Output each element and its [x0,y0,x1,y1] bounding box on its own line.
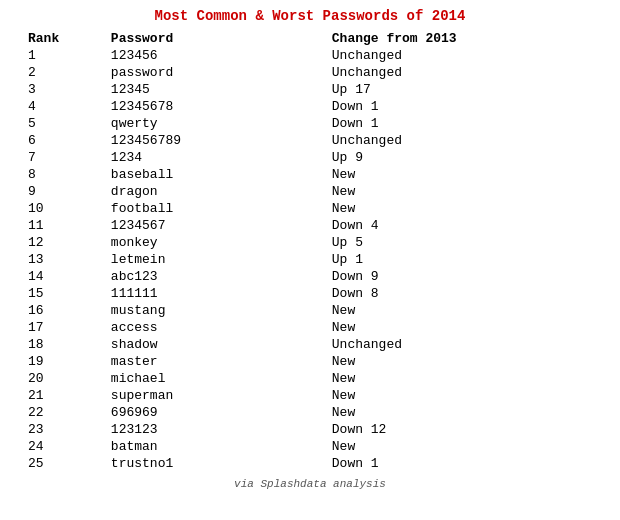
table-row: 14abc123Down 9 [20,268,600,285]
cell-password: letmein [103,251,324,268]
cell-rank: 2 [20,64,103,81]
table-row: 12monkeyUp 5 [20,234,600,251]
cell-rank: 13 [20,251,103,268]
cell-change: Down 9 [324,268,600,285]
cell-password: 696969 [103,404,324,421]
table-row: 24batmanNew [20,438,600,455]
cell-rank: 14 [20,268,103,285]
cell-rank: 7 [20,149,103,166]
cell-rank: 4 [20,98,103,115]
table-row: 9dragonNew [20,183,600,200]
cell-password: trustno1 [103,455,324,472]
table-row: 2passwordUnchanged [20,64,600,81]
cell-rank: 3 [20,81,103,98]
cell-rank: 15 [20,285,103,302]
table-row: 10footballNew [20,200,600,217]
cell-rank: 9 [20,183,103,200]
cell-change: Down 12 [324,421,600,438]
table-row: 111234567Down 4 [20,217,600,234]
cell-password: access [103,319,324,336]
table-row: 23123123Down 12 [20,421,600,438]
cell-change: New [324,438,600,455]
cell-rank: 11 [20,217,103,234]
cell-rank: 22 [20,404,103,421]
table-row: 1123456Unchanged [20,47,600,64]
table-row: 20michaelNew [20,370,600,387]
cell-password: 1234567 [103,217,324,234]
cell-password: 123456 [103,47,324,64]
cell-change: Up 9 [324,149,600,166]
cell-password: qwerty [103,115,324,132]
table-row: 8baseballNew [20,166,600,183]
cell-change: Down 1 [324,115,600,132]
cell-password: mustang [103,302,324,319]
cell-change: Up 1 [324,251,600,268]
cell-password: 1234 [103,149,324,166]
cell-change: New [324,183,600,200]
cell-rank: 21 [20,387,103,404]
header-change: Change from 2013 [324,30,600,47]
cell-password: 123123 [103,421,324,438]
table-row: 412345678Down 1 [20,98,600,115]
table-row: 16mustangNew [20,302,600,319]
cell-rank: 19 [20,353,103,370]
cell-password: baseball [103,166,324,183]
cell-change: New [324,387,600,404]
cell-password: 111111 [103,285,324,302]
cell-change: New [324,302,600,319]
header-password: Password [103,30,324,47]
cell-change: Unchanged [324,64,600,81]
cell-change: Unchanged [324,132,600,149]
cell-change: New [324,353,600,370]
cell-change: Down 1 [324,98,600,115]
cell-change: New [324,319,600,336]
cell-rank: 5 [20,115,103,132]
cell-password: batman [103,438,324,455]
passwords-table: Rank Password Change from 2013 1123456Un… [20,30,600,472]
cell-password: password [103,64,324,81]
cell-rank: 23 [20,421,103,438]
cell-rank: 16 [20,302,103,319]
table-row: 312345Up 17 [20,81,600,98]
cell-change: Down 8 [324,285,600,302]
cell-rank: 24 [20,438,103,455]
cell-rank: 10 [20,200,103,217]
cell-password: 12345678 [103,98,324,115]
cell-rank: 17 [20,319,103,336]
table-row: 71234Up 9 [20,149,600,166]
table-row: 21supermanNew [20,387,600,404]
cell-rank: 8 [20,166,103,183]
cell-rank: 18 [20,336,103,353]
cell-password: dragon [103,183,324,200]
table-row: 6123456789Unchanged [20,132,600,149]
table-row: 5qwertyDown 1 [20,115,600,132]
cell-password: shadow [103,336,324,353]
table-row: 18shadowUnchanged [20,336,600,353]
cell-change: New [324,404,600,421]
cell-change: Up 17 [324,81,600,98]
cell-rank: 6 [20,132,103,149]
table-row: 22696969New [20,404,600,421]
table-row: 19masterNew [20,353,600,370]
footer-text: via Splashdata analysis [234,478,386,490]
cell-rank: 12 [20,234,103,251]
cell-rank: 20 [20,370,103,387]
table-row: 17accessNew [20,319,600,336]
cell-rank: 25 [20,455,103,472]
cell-password: superman [103,387,324,404]
cell-change: New [324,200,600,217]
cell-password: football [103,200,324,217]
table-row: 25trustno1Down 1 [20,455,600,472]
page-title: Most Common & Worst Passwords of 2014 [155,8,466,24]
cell-change: New [324,370,600,387]
cell-rank: 1 [20,47,103,64]
cell-password: michael [103,370,324,387]
cell-password: master [103,353,324,370]
header-rank: Rank [20,30,103,47]
cell-change: New [324,166,600,183]
table-row: 15111111Down 8 [20,285,600,302]
cell-password: abc123 [103,268,324,285]
cell-password: monkey [103,234,324,251]
table-row: 13letmeinUp 1 [20,251,600,268]
cell-change: Down 4 [324,217,600,234]
